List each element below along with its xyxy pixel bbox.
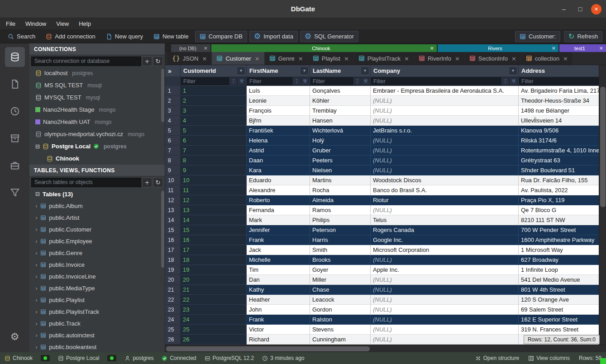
add-connection-small-button[interactable]: + xyxy=(142,57,152,66)
column-header-firstname[interactable]: FirstName▾ xyxy=(247,65,310,76)
cell-lastname[interactable]: Nielsen xyxy=(310,165,371,175)
table-row[interactable]: 1111AlexandreRochaBanco do Brasil S.A.Av… xyxy=(165,185,606,195)
cell-firstname[interactable]: Daan xyxy=(247,156,310,165)
cell-lastname[interactable]: Stevens xyxy=(310,325,371,335)
cell-address[interactable]: Grétrystraat 63 xyxy=(519,156,606,165)
cell-customerid[interactable]: 11 xyxy=(181,185,247,195)
cell-lastname[interactable]: Rocha xyxy=(310,185,371,195)
cell-firstname[interactable]: Mark xyxy=(247,215,310,225)
cell-company[interactable]: (NULL) xyxy=(371,325,519,335)
column-dropdown-button[interactable]: ▾ xyxy=(510,67,516,74)
db-group-tab-test1[interactable]: test1× xyxy=(559,44,606,52)
connection-ms-sql-test[interactable]: MS SQL TESTmssql xyxy=(29,79,165,91)
cell-firstname[interactable]: Jack xyxy=(247,245,310,255)
column-menu-button[interactable]: » xyxy=(165,65,181,76)
table-row[interactable]: 99KaraNielsen(NULL)Sřnder Boulevard 51 xyxy=(165,165,606,175)
cell-address[interactable]: Av. Brigadeiro Faria Lima, 2170 xyxy=(519,86,606,96)
table-row[interactable]: 1616FrankHarrisGoogle Inc.1600 Amphithea… xyxy=(165,235,606,245)
filter-funnel-button[interactable] xyxy=(301,77,309,85)
table-row[interactable]: 88DaanPeeters(NULL)Grétrystraat 63 xyxy=(165,156,606,165)
filter-input-customerid[interactable] xyxy=(181,77,229,85)
cell-firstname[interactable]: Kara xyxy=(247,165,310,175)
table-row[interactable]: 1515JenniferPetersonRogers Canada700 W P… xyxy=(165,225,606,235)
cell-customerid[interactable]: 10 xyxy=(181,175,247,185)
filter-funnel-button[interactable] xyxy=(238,77,245,85)
menu-help[interactable]: Help xyxy=(74,18,96,29)
toolbar-button-add-connection[interactable]: Add connection xyxy=(42,31,100,42)
cell-firstname[interactable]: Kathy xyxy=(247,285,310,295)
horizontal-scrollbar[interactable] xyxy=(165,345,606,352)
close-tab-icon[interactable]: × xyxy=(552,46,556,51)
cell-lastname[interactable]: Peeters xyxy=(310,156,371,165)
cell-firstname[interactable]: Roberto xyxy=(247,195,310,205)
status-postgre-local[interactable]: Postgre Local xyxy=(58,355,99,361)
horizontal-scrollbar-thumb[interactable] xyxy=(166,346,370,351)
cell-customerid[interactable]: 22 xyxy=(181,295,247,305)
cell-lastname[interactable]: Almeida xyxy=(310,195,371,205)
toolbar-button-new-table[interactable]: New table xyxy=(149,31,193,42)
toolbar-button-sql-generator[interactable]: ⚙SQL Generator xyxy=(300,31,358,42)
table-row[interactable]: 33FrançoisTremblay(NULL)1498 rue Bélange… xyxy=(165,106,606,116)
cell-firstname[interactable]: Helena xyxy=(247,136,310,146)
cell-company[interactable]: Riotur xyxy=(371,195,519,205)
close-tab-icon[interactable]: × xyxy=(202,56,207,61)
cell-lastname[interactable]: Ramos xyxy=(310,205,371,215)
cell-company[interactable]: (NULL) xyxy=(371,165,519,175)
cell-customerid[interactable]: 20 xyxy=(181,275,247,285)
cell-address[interactable]: 801 W 4th Street xyxy=(519,285,606,295)
cell-company[interactable]: Embraer - Empresa Brasileira de Aeronáut… xyxy=(371,86,519,96)
status-rows-59[interactable]: Rows: 59 xyxy=(579,355,601,361)
db-group-tab-chinook[interactable]: Chinook× xyxy=(211,44,437,52)
cell-company[interactable]: (NULL) xyxy=(371,255,519,265)
cell-lastname[interactable]: Gordon xyxy=(310,305,371,315)
connections-scrollbar-thumb[interactable] xyxy=(161,69,164,122)
close-tab-icon[interactable]: × xyxy=(255,56,260,61)
tab-customer[interactable]: Customer× xyxy=(212,52,264,65)
cell-company[interactable]: Microsoft Corporation xyxy=(371,245,519,255)
toolbar-button-refresh[interactable]: ↻Refresh xyxy=(564,31,602,42)
cell-lastname[interactable]: Tremblay xyxy=(310,106,371,116)
cell-firstname[interactable]: Heather xyxy=(247,295,310,305)
cell-address[interactable]: 120 S Orange Ave xyxy=(519,295,606,305)
table-row[interactable]: 2424FrankRalston(NULL)162 E Superior Str… xyxy=(165,315,606,325)
cell-customerid[interactable]: 23 xyxy=(181,305,247,315)
cell-company[interactable]: (NULL) xyxy=(371,335,519,345)
tab-riverinfo[interactable]: RiverInfo× xyxy=(414,52,464,65)
cell-customerid[interactable]: 7 xyxy=(181,146,247,156)
table-row[interactable]: 66HelenaHolý(NULL)Rilská 3174/6 xyxy=(165,136,606,146)
cell-customerid[interactable]: 5 xyxy=(181,126,247,136)
cell-company[interactable]: (NULL) xyxy=(371,156,519,165)
table-row[interactable]: 1414MarkPhilipsTelus8210 111 ST NW xyxy=(165,215,606,225)
cell-address[interactable]: Av. Paulista, 2022 xyxy=(519,185,606,195)
cell-company[interactable]: (NULL) xyxy=(371,285,519,295)
table-item-public-customer[interactable]: ›public.Customer xyxy=(29,223,165,235)
cell-address[interactable]: 627 Broadway xyxy=(519,255,606,265)
tables-group[interactable]: ⊟ Tables (13) xyxy=(29,188,165,200)
toolbar-button-compare-db[interactable]: Compare DB xyxy=(195,31,247,42)
connection-nano2health-uat[interactable]: Nano2Health UATmongo xyxy=(29,116,165,128)
cell-customerid[interactable]: 2 xyxy=(181,96,247,106)
table-row[interactable]: 1313FernandaRamos(NULL)Qe 7 Bloco G xyxy=(165,205,606,215)
cell-lastname[interactable]: Hansen xyxy=(310,116,371,126)
cell-company[interactable]: JetBrains s.r.o. xyxy=(371,126,519,136)
connection-localhost[interactable]: localhostpostgres xyxy=(29,67,165,79)
cell-lastname[interactable]: Goyer xyxy=(310,265,371,275)
cell-company[interactable]: (NULL) xyxy=(371,315,519,325)
cell-firstname[interactable]: Dan xyxy=(247,275,310,285)
cell-company[interactable]: (NULL) xyxy=(371,205,519,215)
cell-lastname[interactable]: Martins xyxy=(310,175,371,185)
tables-scrollbar-thumb[interactable] xyxy=(161,191,164,268)
cell-address[interactable]: Rilská 3174/6 xyxy=(519,136,606,146)
cell-firstname[interactable]: Eduardo xyxy=(247,175,310,185)
activity-database-button[interactable] xyxy=(5,47,25,67)
db-group-tab-rivers[interactable]: Rivers× xyxy=(438,44,558,52)
cell-address[interactable]: 1600 Amphitheatre Parkway xyxy=(519,235,606,245)
menu-view[interactable]: View xyxy=(51,18,74,29)
cell-company[interactable]: Apple Inc. xyxy=(371,265,519,275)
tab-playlist[interactable]: Playlist× xyxy=(308,52,353,65)
cell-firstname[interactable]: Tim xyxy=(247,265,310,275)
table-item-public-playlist[interactable]: ›public.Playlist xyxy=(29,294,165,306)
table-item-public-booleantest[interactable]: ›public.booleantest xyxy=(29,341,165,352)
cell-company[interactable]: (NULL) xyxy=(371,96,519,106)
column-dropdown-button[interactable]: ▾ xyxy=(238,67,244,74)
